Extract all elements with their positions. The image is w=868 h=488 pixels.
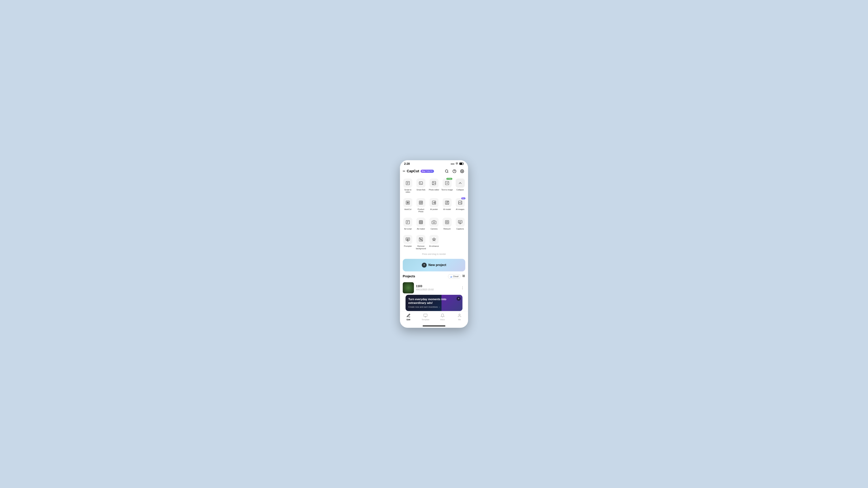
tool-ai-images[interactable]: Pro AI AI images xyxy=(454,196,467,215)
script-to-video-icon-wrap xyxy=(403,178,412,188)
tool-photo-editor[interactable]: Photo editor xyxy=(428,177,441,195)
tool-camera[interactable]: Camera xyxy=(428,216,441,232)
tool-ai-poster[interactable]: AI AI poster xyxy=(428,196,441,215)
svg-rect-41 xyxy=(406,238,410,240)
product-photo-label: Product Photo xyxy=(415,208,427,213)
tool-product-photo[interactable]: Product Photo xyxy=(414,196,428,215)
main-content: Script to video Smart Ads Photo editor ●… xyxy=(400,176,468,311)
tool-ad-script[interactable]: Ad script xyxy=(401,216,414,232)
projects-section: Projects ☁ Cloud xyxy=(400,274,468,311)
retouch-label: Retouch xyxy=(443,228,451,230)
tools-row-1: Script to video Smart Ads Photo editor ●… xyxy=(400,176,468,196)
photo-editor-icon-wrap xyxy=(430,178,438,188)
nav-edit[interactable]: Edit xyxy=(400,313,417,321)
tool-remove-background[interactable]: Remove background xyxy=(414,233,428,251)
svg-point-8 xyxy=(462,171,463,172)
ai-poster-label: AI poster xyxy=(430,208,438,210)
tool-ai-model[interactable]: AI AI model xyxy=(440,196,454,215)
pro-trial-badge[interactable]: Pro 7-day fre xyxy=(421,170,434,173)
svg-rect-2 xyxy=(463,163,464,164)
me-nav-icon xyxy=(457,313,462,318)
tool-autocut[interactable]: AutoCut xyxy=(401,196,414,215)
svg-point-34 xyxy=(421,222,422,223)
wifi-icon xyxy=(456,162,458,166)
projects-header: Projects ☁ Cloud xyxy=(403,274,465,279)
collapse-icon-wrap xyxy=(456,178,465,188)
svg-rect-52 xyxy=(424,314,427,317)
projects-title: Projects xyxy=(403,274,415,278)
template-nav-label: Template xyxy=(422,319,430,321)
search-button[interactable] xyxy=(444,168,450,174)
ai-images-label: AI images xyxy=(456,208,464,210)
text-to-image-icon-wrap: ● Free xyxy=(442,178,452,188)
prompter-label: Prompter xyxy=(404,245,412,247)
camera-icon-wrap xyxy=(430,218,438,227)
battery-icon xyxy=(459,162,464,165)
camera-label: Camera xyxy=(431,228,437,230)
ad-script-icon-wrap xyxy=(403,218,412,227)
tool-ad-maker[interactable]: Ad maker xyxy=(414,216,428,232)
drag-hint: Press and drag to reorder xyxy=(400,252,468,257)
project-thumbnail xyxy=(403,282,414,293)
new-project-button[interactable]: + New project xyxy=(403,259,465,271)
plus-icon: + xyxy=(422,263,427,267)
autocut-label: AutoCut xyxy=(404,208,411,210)
tool-text-to-image[interactable]: ● Free Text to image xyxy=(440,177,454,195)
pro-label: Pro xyxy=(422,170,425,172)
new-project-label: New project xyxy=(428,263,446,267)
tool-smart-ads[interactable]: Smart Ads xyxy=(414,177,428,195)
tool-captions[interactable]: Captions xyxy=(454,216,467,232)
trial-text: 7-day fre xyxy=(426,170,432,172)
edit-nav-icon xyxy=(406,313,411,318)
nav-inbox[interactable]: Inbox xyxy=(434,313,451,321)
tool-retouch[interactable]: Retouch xyxy=(440,216,454,232)
tool-collapse[interactable]: Collapse xyxy=(454,177,467,195)
status-bar: 2:28 ●●● xyxy=(400,160,468,167)
settings-button[interactable] xyxy=(459,168,465,174)
template-nav-icon xyxy=(423,313,428,318)
ai-enhance-label: AI enhance xyxy=(429,245,439,247)
status-time: 2:28 xyxy=(404,162,410,165)
help-button[interactable] xyxy=(451,168,458,174)
project-item[interactable]: 1103 03/11/2023 15:02 ⋮ xyxy=(403,281,465,295)
svg-rect-33 xyxy=(420,221,422,223)
ai-model-icon-wrap: AI xyxy=(442,198,452,207)
smart-ads-label: Smart Ads xyxy=(416,189,426,191)
svg-rect-36 xyxy=(445,221,449,224)
svg-rect-3 xyxy=(460,163,462,165)
project-name: 1103 xyxy=(416,285,458,288)
text-to-image-label: Text to image xyxy=(441,189,453,191)
svg-text:AI: AI xyxy=(434,239,434,240)
captions-label: Captions xyxy=(456,228,464,230)
svg-rect-38 xyxy=(458,221,462,223)
project-info: 1103 03/11/2023 15:02 xyxy=(416,285,458,291)
tool-ai-enhance[interactable]: AI AI enhance xyxy=(428,233,441,251)
svg-text:AI: AI xyxy=(447,201,449,202)
app-header: ✂ CapCut Pro 7-day fre xyxy=(400,167,468,176)
home-indicator xyxy=(423,326,445,326)
tool-script-to-video[interactable]: Script to video xyxy=(401,177,414,195)
sort-button[interactable] xyxy=(462,274,465,279)
ai-poster-icon-wrap: AI xyxy=(430,198,438,207)
retouch-icon-wrap xyxy=(442,218,452,227)
tool-prompter[interactable]: Prompter xyxy=(401,233,414,251)
nav-template[interactable]: Template xyxy=(417,313,434,321)
photo-editor-label: Photo editor xyxy=(429,189,439,191)
project-more-button[interactable]: ⋮ xyxy=(460,285,465,291)
ad-maker-icon-wrap xyxy=(416,218,426,227)
ai-images-icon-wrap: Pro AI xyxy=(456,198,465,207)
svg-point-35 xyxy=(433,222,435,223)
project-date: 03/11/2023 15:02 xyxy=(416,288,458,291)
ad-script-label: Ad script xyxy=(404,228,412,230)
cloud-button[interactable]: ☁ Cloud xyxy=(448,274,460,279)
svg-text:AI: AI xyxy=(461,201,462,202)
ai-enhance-icon-wrap: AI xyxy=(430,235,438,244)
collapse-label: Collapse xyxy=(456,189,464,191)
svg-line-5 xyxy=(447,172,448,173)
prompter-icon-wrap xyxy=(403,235,412,244)
autocut-icon-wrap xyxy=(403,198,412,207)
nav-me[interactable]: Me xyxy=(451,313,468,321)
svg-point-16 xyxy=(433,182,434,183)
app-name: CapCut xyxy=(407,169,419,173)
svg-rect-13 xyxy=(419,182,423,184)
